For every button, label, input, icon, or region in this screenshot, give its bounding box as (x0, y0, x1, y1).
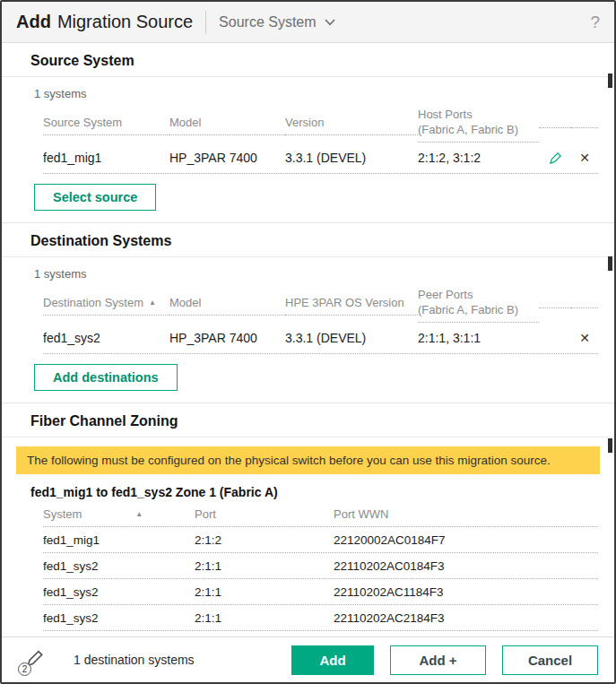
cell-port-wwn: 22120002AC0184F7 (334, 527, 598, 552)
col-host-ports[interactable]: Host Ports (Fabric A, Fabric B) (418, 103, 539, 143)
chevron-down-icon (325, 19, 335, 26)
table-row: fed1_sys2 2:1:1 22110202AC2184F3 (43, 605, 598, 631)
table-row: fed1_mig1 HP_3PAR 7400 3.3.1 (DEVEL) 2:1… (43, 143, 598, 174)
col-model[interactable]: Model (169, 291, 285, 316)
cell-destination-system: fed1_sys2 (43, 323, 169, 353)
dialog-body: Source System 1 systems Source System Mo… (2, 43, 614, 636)
change-count-badge: 2 (18, 662, 31, 676)
dialog-action-label: Add (16, 12, 51, 32)
scrollbar-thumb[interactable] (608, 74, 612, 88)
dialog-title: Migration Source (57, 12, 193, 32)
select-source-button[interactable]: Select source (34, 184, 156, 211)
close-icon[interactable]: ✕ (571, 151, 598, 165)
col-os-version[interactable]: HPE 3PAR OS Version (285, 291, 418, 316)
source-table-header: Source System Model Version Host Ports (… (43, 103, 598, 143)
col-destination-system[interactable]: Destination System▲ (43, 291, 169, 316)
destination-table: Destination System▲ Model HPE 3PAR OS Ve… (43, 283, 598, 354)
source-table: Source System Model Version Host Ports (… (43, 103, 598, 174)
cell-port: 2:1:1 (195, 579, 334, 604)
scrollbar-thumb[interactable] (608, 256, 612, 271)
col-source-system[interactable]: Source System (43, 111, 169, 135)
zone-title: fed1_mig1 to fed1_sys2 Zone 1 (Fabric A) (2, 474, 614, 503)
table-row: fed1_sys2 2:1:1 22110202AC0184F3 (43, 553, 598, 579)
scrollbar-thumb[interactable] (608, 438, 612, 453)
destination-table-header: Destination System▲ Model HPE 3PAR OS Ve… (43, 283, 598, 323)
fiber-channel-zoning-section: Fiber Channel Zoning The following must … (2, 403, 614, 631)
col-model[interactable]: Model (169, 111, 285, 135)
cell-system: fed1_sys2 (43, 579, 195, 604)
dropdown-label: Source System (219, 14, 316, 30)
cell-model: HP_3PAR 7400 (169, 323, 285, 353)
cell-system: fed1_sys2 (43, 605, 195, 630)
add-plus-button[interactable]: Add + (390, 645, 486, 675)
cell-model: HP_3PAR 7400 (169, 143, 285, 173)
cell-source-system: fed1_mig1 (43, 143, 169, 173)
help-icon[interactable]: ? (590, 13, 600, 32)
add-destinations-button[interactable]: Add destinations (34, 364, 178, 391)
table-row: fed1_sys2 2:1:1 22110202AC1184F3 (43, 579, 598, 605)
add-migration-source-dialog: Add Migration Source Source System ? Sou… (0, 0, 616, 684)
close-icon[interactable]: ✕ (571, 331, 598, 345)
section-heading-source: Source System (2, 43, 614, 77)
destination-systems-section: Destination Systems 1 systems Destinatio… (2, 222, 614, 403)
col-system[interactable]: System▲ (43, 503, 195, 527)
cancel-button[interactable]: Cancel (502, 645, 598, 675)
warning-banner: The following must be configured on the … (16, 446, 600, 474)
col-peer-ports[interactable]: Peer Ports (Fabric A, Fabric B) (418, 283, 539, 323)
add-button[interactable]: Add (291, 645, 374, 675)
zoning-table-header: System▲ Port Port WWN (43, 503, 598, 527)
cell-port-wwn: 22110202AC2184F3 (334, 605, 598, 630)
source-system-dropdown[interactable]: Source System (219, 14, 334, 30)
sort-asc-icon: ▲ (149, 299, 156, 307)
cell-system: fed1_sys2 (43, 553, 195, 578)
cell-port-wwn: 22110202AC1184F3 (334, 579, 598, 604)
destination-count: 1 systems (2, 257, 614, 283)
cell-os-version: 3.3.1 (DEVEL) (285, 323, 418, 353)
dialog-footer: 2 1 destination systems Add Add + Cancel (2, 636, 614, 682)
col-version[interactable]: Version (285, 111, 418, 135)
section-heading-destination: Destination Systems (2, 223, 614, 257)
cell-version: 3.3.1 (DEVEL) (285, 143, 418, 173)
header-divider (205, 11, 206, 34)
cell-port: 2:1:2 (195, 527, 334, 552)
section-heading-zoning: Fiber Channel Zoning (2, 403, 614, 437)
source-system-section: Source System 1 systems Source System Mo… (2, 43, 614, 222)
col-port-wwn[interactable]: Port WWN (334, 503, 598, 527)
footer-status: 1 destination systems (74, 653, 195, 667)
cell-host-ports: 2:1:2, 3:1:2 (418, 143, 539, 173)
cell-port-wwn: 22110202AC0184F3 (334, 553, 598, 578)
edit-icon[interactable] (539, 151, 571, 166)
cell-system: fed1_mig1 (43, 527, 195, 552)
pencil-badge-icon: 2 (23, 646, 50, 673)
source-count: 1 systems (2, 77, 614, 103)
sort-asc-icon: ▲ (135, 510, 143, 518)
table-row: fed1_mig1 2:1:2 22120002AC0184F7 (43, 527, 598, 553)
col-port[interactable]: Port (195, 503, 334, 527)
table-row: fed1_sys2 HP_3PAR 7400 3.3.1 (DEVEL) 2:1… (43, 323, 598, 354)
cell-port: 2:1:1 (195, 605, 334, 630)
dialog-header: Add Migration Source Source System ? (2, 2, 614, 43)
zoning-table: System▲ Port Port WWN fed1_mig1 2:1:2 22… (43, 503, 598, 631)
cell-peer-ports: 2:1:1, 3:1:1 (418, 323, 539, 353)
cell-port: 2:1:1 (195, 553, 334, 578)
